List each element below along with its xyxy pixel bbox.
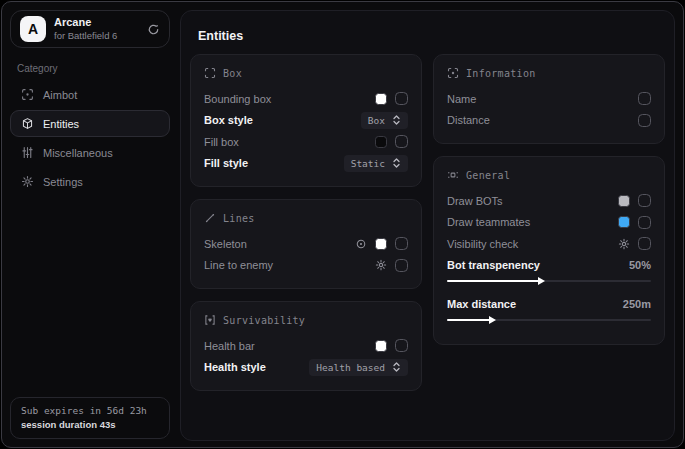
setting-row: Distance <box>447 110 651 132</box>
setting-row: Health style Health based <box>204 357 408 379</box>
max-distance-slider[interactable] <box>447 316 651 325</box>
app-title: Arcane <box>54 16 117 30</box>
gear-icon[interactable] <box>375 259 387 271</box>
app-logo: A <box>20 16 46 42</box>
setting-label: Health style <box>204 361 266 373</box>
checkbox[interactable] <box>638 92 651 105</box>
sidebar-item-entities[interactable]: Entities <box>10 110 170 137</box>
dropdown-value: Health based <box>316 362 385 373</box>
checkbox[interactable] <box>395 237 408 250</box>
color-swatch[interactable] <box>375 238 387 250</box>
setting-label: Name <box>447 93 476 105</box>
diagonal-line-icon <box>204 212 216 224</box>
dropdown-value: Static <box>351 158 385 169</box>
setting-row: Max distance 250m <box>447 293 651 315</box>
sidebar-item-aimbot[interactable]: Aimbot <box>10 81 170 108</box>
box-style-dropdown[interactable]: Box <box>361 112 408 129</box>
setting-row: Skeleton <box>204 233 408 255</box>
eye-icon[interactable] <box>355 238 367 250</box>
sidebar-item-label: Settings <box>43 176 83 188</box>
card-general: General Draw BOTs Draw teammates <box>433 156 665 345</box>
checkbox[interactable] <box>638 237 651 250</box>
health-style-dropdown[interactable]: Health based <box>309 359 408 376</box>
slider-thumb <box>489 316 496 324</box>
sliders-icon <box>21 146 34 159</box>
setting-row: Visibility check <box>447 233 651 255</box>
setting-row: Draw teammates <box>447 212 651 234</box>
setting-row: Box style Box <box>204 110 408 132</box>
fill-style-dropdown[interactable]: Static <box>344 155 408 172</box>
card-title: Survivability <box>223 315 305 326</box>
setting-row: Health bar <box>204 335 408 357</box>
grid-icon <box>447 169 459 181</box>
setting-row: Bounding box <box>204 88 408 110</box>
setting-row: Bot transpenency 50% <box>447 255 651 277</box>
color-swatch[interactable] <box>375 340 387 352</box>
sidebar-item-settings[interactable]: Settings <box>10 168 170 195</box>
setting-row: Name <box>447 88 651 110</box>
page-title: Entities <box>198 29 665 43</box>
setting-label: Draw BOTs <box>447 195 503 207</box>
sidebar: A Arcane for Battlefield 6 Category <box>2 2 178 447</box>
setting-label: Fill style <box>204 157 248 169</box>
sidebar-item-miscellaneous[interactable]: Miscellaneous <box>10 139 170 166</box>
chevron-updown-icon <box>392 158 401 168</box>
session-duration-text: session duration 43s <box>21 419 159 430</box>
setting-label: Fill box <box>204 136 239 148</box>
setting-label: Bot transpenency <box>447 259 540 271</box>
chevron-updown-icon <box>392 115 401 125</box>
color-swatch[interactable] <box>375 136 387 148</box>
app-subtitle: for Battlefield 6 <box>54 30 117 42</box>
bot-transparency-slider[interactable] <box>447 277 651 286</box>
color-swatch[interactable] <box>375 93 387 105</box>
main-panel: Entities Box <box>180 10 675 441</box>
sync-icon[interactable] <box>147 23 160 36</box>
card-box: Box Bounding box Box style Box <box>190 54 422 187</box>
slider-fill <box>447 280 541 282</box>
setting-label: Box style <box>204 114 253 126</box>
setting-label: Distance <box>447 114 490 126</box>
setting-label: Bounding box <box>204 93 271 105</box>
logo-card[interactable]: A Arcane for Battlefield 6 <box>10 10 170 48</box>
checkbox[interactable] <box>395 135 408 148</box>
subscription-info: Sub expires in 56d 23h session duration … <box>10 397 170 439</box>
slider-fill <box>447 319 492 321</box>
setting-row: Draw BOTs <box>447 190 651 212</box>
card-survivability: Survivability Health bar Health style <box>190 301 422 391</box>
slider-thumb <box>538 277 545 285</box>
crosshair-icon <box>21 88 34 101</box>
info-brackets-icon <box>447 67 459 79</box>
color-swatch[interactable] <box>618 195 630 207</box>
slider-value: 250m <box>623 298 651 310</box>
checkbox[interactable] <box>638 216 651 229</box>
setting-label: Visibility check <box>447 238 518 250</box>
sub-expires-text: Sub expires in 56d 23h <box>21 405 159 416</box>
checkbox[interactable] <box>395 92 408 105</box>
sidebar-item-label: Aimbot <box>43 89 77 101</box>
card-information: Information Name Distance <box>433 54 665 144</box>
checkbox[interactable] <box>395 339 408 352</box>
card-title: Lines <box>223 213 255 224</box>
checkbox[interactable] <box>395 259 408 272</box>
card-title: Box <box>223 68 242 79</box>
sidebar-item-label: Miscellaneous <box>43 147 113 159</box>
gear-icon <box>21 175 34 188</box>
dropdown-value: Box <box>368 115 385 126</box>
heart-brackets-icon <box>204 314 216 326</box>
sidebar-item-label: Entities <box>43 118 79 130</box>
chevron-updown-icon <box>392 362 401 372</box>
gear-icon[interactable] <box>618 238 630 250</box>
entities-cube-icon <box>21 117 34 130</box>
category-label: Category <box>17 63 170 74</box>
setting-label: Skeleton <box>204 238 247 250</box>
setting-row: Fill box <box>204 131 408 153</box>
setting-row: Line to enemy <box>204 255 408 277</box>
app-window: A Arcane for Battlefield 6 Category <box>1 1 684 448</box>
card-title: General <box>466 170 510 181</box>
box-brackets-icon <box>204 67 216 79</box>
checkbox[interactable] <box>638 194 651 207</box>
slider-value: 50% <box>629 259 651 271</box>
color-swatch[interactable] <box>618 216 630 228</box>
setting-label: Draw teammates <box>447 216 530 228</box>
checkbox[interactable] <box>638 114 651 127</box>
